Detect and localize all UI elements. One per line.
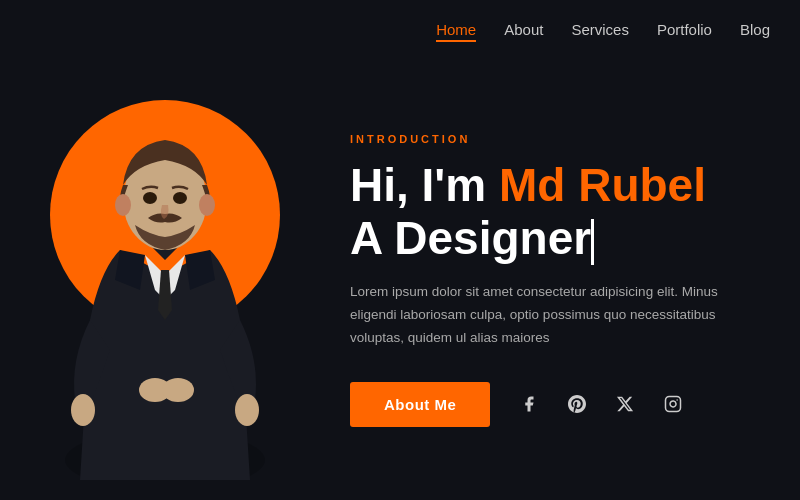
twitter-x-icon[interactable] — [610, 389, 640, 419]
nav-link-about[interactable]: About — [504, 21, 543, 38]
svg-point-3 — [71, 394, 95, 426]
pinterest-icon[interactable] — [562, 389, 592, 419]
hero-title: Hi, I'm Md Rubel A Designer — [350, 159, 760, 265]
svg-point-4 — [235, 394, 259, 426]
nav-item-blog[interactable]: Blog — [740, 21, 770, 39]
social-icons — [514, 389, 688, 419]
hero-section: INTRODUCTION Hi, I'm Md Rubel A Designer… — [0, 60, 800, 500]
hero-greeting: Hi, I'm — [350, 159, 499, 211]
instagram-icon[interactable] — [658, 389, 688, 419]
about-me-button[interactable]: About Me — [350, 382, 490, 427]
hero-content: INTRODUCTION Hi, I'm Md Rubel A Designer… — [330, 133, 800, 427]
hero-role: Designer — [394, 212, 591, 264]
nav-item-about[interactable]: About — [504, 21, 543, 39]
hero-description: Lorem ipsum dolor sit amet consectetur a… — [350, 281, 760, 350]
svg-rect-13 — [666, 397, 681, 412]
svg-point-11 — [115, 194, 131, 216]
nav-links: Home About Services Portfolio Blog — [436, 21, 770, 39]
facebook-icon[interactable] — [514, 389, 544, 419]
intro-label: INTRODUCTION — [350, 133, 760, 145]
nav-item-home[interactable]: Home — [436, 21, 476, 39]
nav-link-portfolio[interactable]: Portfolio — [657, 21, 712, 38]
profile-area — [20, 80, 330, 480]
svg-point-6 — [162, 378, 194, 402]
nav-item-portfolio[interactable]: Portfolio — [657, 21, 712, 39]
svg-point-10 — [173, 192, 187, 204]
svg-point-9 — [143, 192, 157, 204]
hero-actions: About Me — [350, 382, 760, 427]
cursor-blink — [591, 219, 594, 265]
hero-name: Md Rubel — [499, 159, 706, 211]
svg-point-12 — [199, 194, 215, 216]
nav-link-services[interactable]: Services — [571, 21, 629, 38]
person-svg — [20, 90, 310, 480]
navbar: Home About Services Portfolio Blog — [0, 0, 800, 60]
person-image — [20, 90, 310, 480]
hero-role-prefix: A — [350, 212, 394, 264]
nav-link-home[interactable]: Home — [436, 21, 476, 42]
nav-item-services[interactable]: Services — [571, 21, 629, 39]
nav-link-blog[interactable]: Blog — [740, 21, 770, 38]
